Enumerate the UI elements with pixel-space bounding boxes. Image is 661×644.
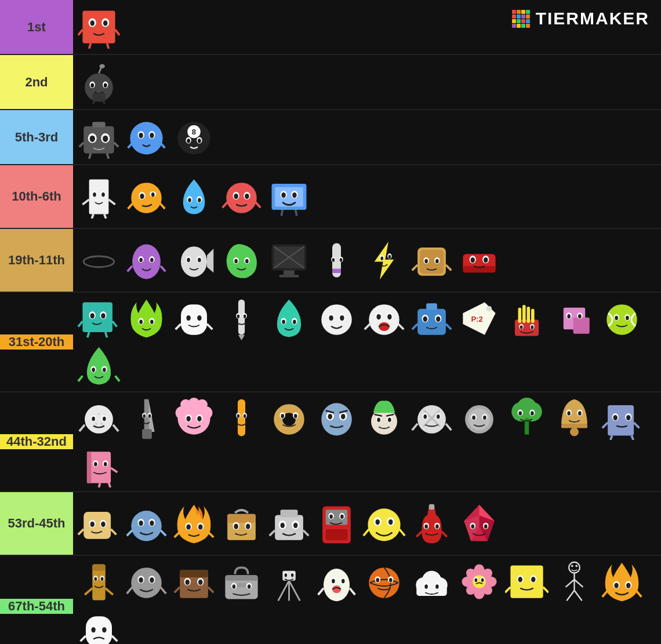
character-egg bbox=[313, 559, 359, 605]
svg-rect-108 bbox=[332, 268, 341, 273]
character-mouth-open bbox=[361, 295, 407, 341]
svg-line-69 bbox=[255, 202, 260, 207]
svg-point-198 bbox=[615, 315, 618, 320]
character-ketchup bbox=[408, 500, 455, 547]
svg-rect-190 bbox=[573, 317, 589, 333]
svg-line-446 bbox=[505, 587, 510, 592]
svg-point-131 bbox=[101, 313, 106, 318]
svg-line-176 bbox=[412, 323, 417, 329]
character-red-cube bbox=[75, 4, 122, 50]
svg-point-329 bbox=[234, 523, 238, 529]
svg-line-51 bbox=[104, 214, 106, 219]
tier-row-44th32nd: 44th-32nd bbox=[0, 392, 661, 492]
svg-point-411 bbox=[332, 585, 341, 593]
character-yellow-square bbox=[503, 559, 550, 605]
tier-label-19th11th: 19th-11th bbox=[0, 229, 73, 292]
svg-point-409 bbox=[332, 579, 335, 584]
tiermaker-brand: TierMaker bbox=[512, 9, 649, 28]
svg-point-249 bbox=[328, 414, 332, 419]
svg-rect-281 bbox=[561, 423, 587, 428]
character-pink-square bbox=[551, 295, 597, 341]
svg-text:8: 8 bbox=[191, 128, 195, 136]
tier-row-2nd: 2nd bbox=[0, 55, 661, 110]
tier-label-31st20th: 31st-20th bbox=[0, 334, 73, 350]
character-robot-flower bbox=[75, 114, 122, 161]
svg-point-286 bbox=[578, 411, 582, 416]
character-broccoli bbox=[503, 395, 550, 441]
svg-point-91 bbox=[198, 257, 201, 262]
tier-row-53rd45th: 53rd-45th bbox=[0, 492, 661, 556]
svg-point-107 bbox=[339, 258, 342, 262]
svg-point-193 bbox=[567, 314, 571, 319]
character-golf-ball bbox=[75, 395, 122, 441]
svg-rect-175 bbox=[426, 303, 437, 310]
character-ruby bbox=[456, 500, 502, 547]
svg-line-5 bbox=[78, 30, 82, 35]
svg-line-265 bbox=[412, 423, 417, 430]
svg-line-68 bbox=[222, 202, 227, 207]
tier-content-44th32nd bbox=[73, 392, 661, 491]
svg-point-87 bbox=[181, 246, 207, 277]
svg-point-156 bbox=[293, 319, 296, 324]
svg-point-90 bbox=[187, 257, 190, 262]
svg-point-315 bbox=[139, 520, 143, 525]
svg-line-412 bbox=[318, 588, 323, 595]
character-purple-face bbox=[123, 237, 169, 283]
svg-rect-24 bbox=[92, 122, 106, 127]
svg-point-78 bbox=[83, 246, 114, 277]
character-black-hole bbox=[75, 237, 122, 283]
character-blue-eye bbox=[313, 395, 359, 441]
svg-point-143 bbox=[186, 315, 191, 320]
svg-point-264 bbox=[436, 414, 440, 419]
svg-line-49 bbox=[108, 199, 115, 204]
svg-rect-181 bbox=[518, 307, 521, 322]
character-tv bbox=[266, 173, 312, 220]
svg-line-382 bbox=[160, 587, 165, 594]
svg-line-205 bbox=[115, 376, 119, 381]
svg-point-410 bbox=[341, 579, 344, 584]
svg-point-126 bbox=[484, 257, 488, 262]
character-marshmallow bbox=[170, 295, 217, 341]
svg-point-244 bbox=[281, 414, 284, 419]
svg-point-312 bbox=[131, 511, 162, 541]
character-orange-stick bbox=[218, 395, 264, 441]
character-toasty bbox=[75, 500, 122, 547]
svg-point-397 bbox=[247, 584, 250, 589]
svg-point-66 bbox=[234, 193, 238, 198]
svg-point-444 bbox=[518, 577, 522, 582]
svg-line-358 bbox=[416, 531, 422, 536]
svg-point-151 bbox=[237, 314, 239, 318]
svg-point-418 bbox=[388, 578, 392, 583]
character-white-ball bbox=[313, 295, 359, 341]
tier-content-10th6th bbox=[73, 165, 661, 228]
svg-point-458 bbox=[614, 583, 619, 588]
svg-point-56 bbox=[151, 192, 154, 197]
svg-point-152 bbox=[243, 314, 246, 318]
svg-point-466 bbox=[102, 627, 107, 632]
svg-line-467 bbox=[80, 636, 85, 641]
svg-point-138 bbox=[139, 319, 143, 324]
svg-rect-127 bbox=[82, 302, 112, 332]
svg-rect-384 bbox=[180, 570, 208, 577]
character-toast bbox=[408, 237, 455, 283]
svg-line-133 bbox=[112, 321, 117, 326]
svg-point-455 bbox=[575, 565, 578, 567]
svg-point-404 bbox=[284, 573, 287, 577]
svg-point-279 bbox=[518, 411, 522, 416]
svg-rect-305 bbox=[83, 511, 111, 539]
svg-line-460 bbox=[602, 591, 607, 597]
svg-point-139 bbox=[150, 319, 154, 324]
svg-line-17 bbox=[93, 101, 95, 104]
svg-point-350 bbox=[388, 519, 393, 525]
character-megaphone bbox=[170, 237, 217, 283]
svg-line-204 bbox=[78, 376, 82, 381]
svg-point-62 bbox=[198, 198, 201, 202]
svg-point-245 bbox=[293, 414, 297, 419]
svg-line-58 bbox=[159, 203, 164, 208]
svg-point-223 bbox=[143, 414, 146, 418]
character-green-teardrop bbox=[75, 343, 122, 389]
svg-point-22 bbox=[89, 136, 95, 142]
character-price-tag: P:2 bbox=[456, 295, 502, 341]
svg-line-452 bbox=[566, 591, 574, 601]
character-stick bbox=[551, 559, 597, 605]
